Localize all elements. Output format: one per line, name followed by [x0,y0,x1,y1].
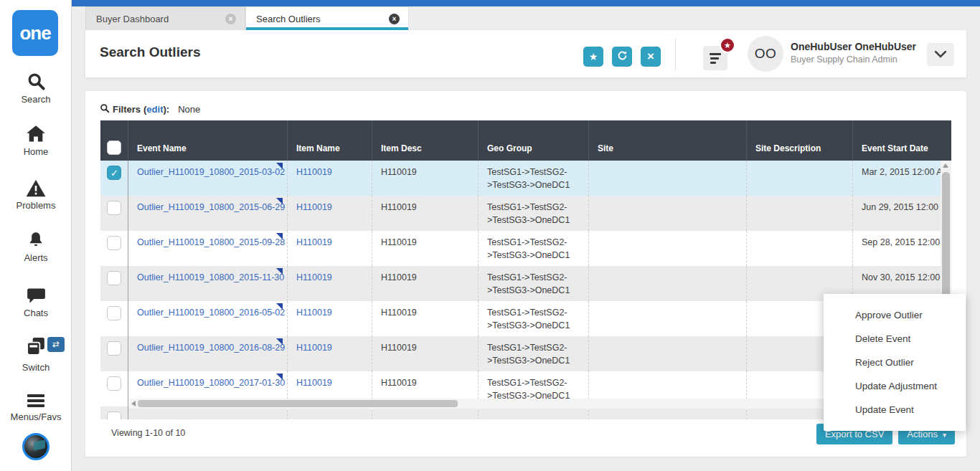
table-row: Outlier_H110019_10800_2015-09-28 H110019… [100,231,951,266]
column-header-event-name[interactable]: Event Name [128,120,287,161]
scroll-up-arrow-icon[interactable] [943,163,948,168]
context-menu-item-label: Approve Outlier [855,310,923,320]
user-profile-avatar[interactable] [22,433,50,460]
paren: ): [163,104,169,115]
bell-icon [0,231,72,249]
event-name-link[interactable]: Outlier_H110019_10800_2016-08-29 [137,343,285,353]
table-row: Outlier_H110019_10800_2015-03-02 H110019… [100,161,951,196]
filters-value: None [178,104,200,115]
column-header-event-start-date[interactable]: Event Start Date [852,120,941,161]
sidebar-label: Home [0,146,72,157]
event-start-date-cell: Sep 28, 2015 12:00 AM [852,231,941,266]
warning-icon [0,179,72,197]
tab-label: Buyer Dashboard [96,14,225,24]
user-menu-button[interactable] [927,43,954,66]
notification-badge-star-icon: ★ [720,37,735,53]
horizontal-scrollbar[interactable] [129,399,940,409]
context-menu-item-label: Update Adjustment [855,381,937,391]
user-name: OneHubUser OneHubUser [791,41,916,52]
close-icon: × [647,49,654,64]
sidebar-label: Chats [0,308,72,318]
edit-filters-link[interactable]: edit [146,104,163,115]
item-name-link[interactable]: H110019 [296,308,332,318]
page-header: Search Outliers ★ × ★ OO OneHubUser OneH… [85,30,966,77]
site-cell [588,161,746,196]
site-cell [588,301,746,336]
refresh-button[interactable] [612,47,632,67]
sidebar-item-alerts[interactable]: Alerts [0,231,72,263]
sidebar-item-chats[interactable]: Chats [0,287,72,318]
site-cell [588,196,746,231]
site-cell [588,266,746,301]
geo-group-cell: TestSG1->TestSG2->TestSG3->OneDC1 [478,301,588,336]
item-desc-cell: H110019 [372,266,478,301]
row-checkbox[interactable] [107,306,121,320]
context-menu-item[interactable]: Approve Outlier [824,303,966,327]
column-header-site-description[interactable]: Site Description [746,120,852,161]
home-icon [0,125,72,143]
row-checkbox[interactable] [107,166,121,180]
one-logo[interactable]: one [12,10,58,56]
item-name-link[interactable]: H110019 [296,202,332,212]
event-name-link[interactable]: Outlier_H110019_10800_2015-09-28 [137,237,285,247]
search-icon [0,72,72,91]
column-header-geo-group[interactable]: Geo Group [478,120,588,161]
sidebar-item-home[interactable]: Home [0,125,72,157]
refresh-icon [617,50,628,63]
sidebar-item-switch[interactable]: ⇄ Switch [0,337,72,373]
geo-line2: >TestSG3->OneDC1 [487,320,570,330]
row-checkbox[interactable] [107,376,121,391]
geo-line2: >TestSG3->OneDC1 [487,215,570,225]
close-tab-icon[interactable]: × [225,14,236,24]
geo-group-cell: TestSG1->TestSG2->TestSG3->OneDC1 [478,266,588,301]
sidebar-item-menus-favs[interactable]: Menus/Favs [0,393,72,422]
context-menu-item[interactable]: Delete Event [824,327,966,351]
column-header-item-name[interactable]: Item Name [287,120,372,161]
row-checkbox[interactable] [107,341,121,356]
sidebar-label: Switch [0,362,72,373]
chat-icon [0,287,72,305]
sidebar-item-problems[interactable]: Problems [0,179,72,211]
filter-search-icon [100,103,110,115]
column-header-site[interactable]: Site [588,120,746,161]
row-checkbox[interactable] [107,411,121,419]
column-header-item-desc[interactable]: Item Desc [372,120,478,161]
user-info: OneHubUser OneHubUser Buyer Supply Chain… [791,41,916,65]
row-checkbox[interactable] [107,271,121,285]
filters-label: Filters [113,104,141,115]
favorite-button[interactable]: ★ [583,47,603,67]
event-name-link[interactable]: Outlier_H110019_10800_2015-03-02 [137,167,285,177]
item-name-link[interactable]: H110019 [296,272,332,282]
item-name-link[interactable]: H110019 [296,343,332,353]
sidebar-label: Problems [0,200,72,211]
switch-roles-badge-icon[interactable]: ⇄ [47,337,65,352]
item-name-link[interactable]: H110019 [296,167,332,177]
sidebar-item-search[interactable]: Search [0,72,72,105]
close-tab-icon[interactable]: × [389,14,400,24]
geo-line2: >TestSG3->OneDC1 [487,285,570,295]
top-accent-bar [72,0,980,6]
event-name-link[interactable]: Outlier_H110019_10800_2016-05-02 [137,308,285,318]
tab-buyer-dashboard[interactable]: Buyer Dashboard × [85,6,245,30]
horizontal-scroll-thumb[interactable] [138,400,458,407]
item-name-link[interactable]: H110019 [296,378,332,388]
scroll-left-arrow-icon[interactable] [131,401,136,406]
select-all-checkbox[interactable] [107,141,121,155]
event-name-link[interactable]: Outlier_H110019_10800_2015-11-30 [137,272,284,282]
caret-down-icon: ▾ [943,431,946,439]
item-name-link[interactable]: H110019 [296,237,332,247]
avatar[interactable]: OO [748,36,783,72]
tab-bar: Buyer Dashboard × Search Outliers × [85,6,409,30]
context-menu-item[interactable]: Reject Outlier [824,351,966,374]
site-description-cell [746,231,852,266]
event-name-link[interactable]: Outlier_H110019_10800_2015-06-29 [137,202,285,212]
row-checkbox[interactable] [107,236,121,250]
event-name-link[interactable]: Outlier_H110019_10800_2017-01-30 [137,378,285,388]
geo-line2: >TestSG3->OneDC1 [487,356,570,366]
context-menu-item[interactable]: Update Adjustment [824,374,966,398]
row-checkbox[interactable] [107,201,121,215]
tab-search-outliers[interactable]: Search Outliers × [245,6,409,30]
geo-line1: TestSG1->TestSG2- [487,167,567,177]
context-menu-item[interactable]: Update Event [824,398,966,422]
close-page-button[interactable]: × [641,47,661,67]
